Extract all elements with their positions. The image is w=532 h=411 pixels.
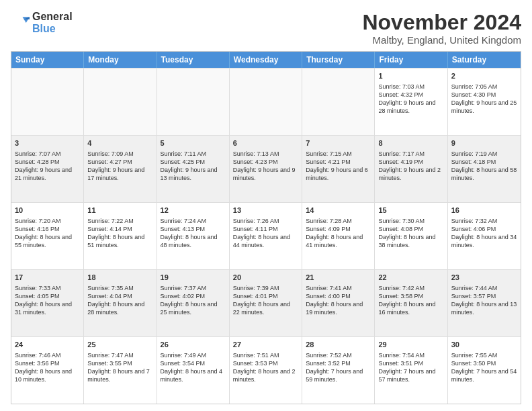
header-saturday: Saturday: [448, 52, 521, 68]
cell-info: Sunrise: 7:44 AM Sunset: 3:57 PM Dayligh…: [451, 284, 517, 317]
cell-info: Sunrise: 7:37 AM Sunset: 4:02 PM Dayligh…: [161, 284, 226, 317]
header-friday: Friday: [375, 52, 447, 68]
day-number: 25: [87, 340, 152, 350]
day-number: 13: [233, 205, 298, 216]
logo-icon: [11, 13, 30, 32]
calendar-row-3: 10Sunrise: 7:20 AM Sunset: 4:16 PM Dayli…: [11, 202, 521, 269]
cal-cell-r5-c5: 28Sunrise: 7:52 AM Sunset: 3:52 PM Dayli…: [302, 337, 375, 404]
day-number: 6: [233, 138, 298, 148]
cell-info: Sunrise: 7:39 AM Sunset: 4:01 PM Dayligh…: [233, 284, 298, 317]
cal-cell-r1-c7: 2Sunrise: 7:05 AM Sunset: 4:30 PM Daylig…: [448, 68, 521, 135]
cell-info: Sunrise: 7:41 AM Sunset: 4:00 PM Dayligh…: [306, 284, 371, 317]
calendar-body: 1Sunrise: 7:03 AM Sunset: 4:32 PM Daylig…: [11, 68, 521, 404]
cal-cell-r1-c3: [157, 68, 230, 135]
cal-cell-r4-c4: 20Sunrise: 7:39 AM Sunset: 4:01 PM Dayli…: [230, 270, 302, 336]
cal-cell-r3-c4: 13Sunrise: 7:26 AM Sunset: 4:11 PM Dayli…: [230, 203, 302, 269]
day-number: 23: [451, 273, 517, 283]
cell-info: Sunrise: 7:11 AM Sunset: 4:25 PM Dayligh…: [161, 150, 226, 183]
day-number: 7: [306, 138, 371, 148]
cell-info: Sunrise: 7:13 AM Sunset: 4:23 PM Dayligh…: [233, 150, 298, 183]
day-number: 10: [15, 205, 80, 216]
calendar-row-5: 24Sunrise: 7:46 AM Sunset: 3:56 PM Dayli…: [11, 336, 521, 404]
calendar-row-2: 3Sunrise: 7:07 AM Sunset: 4:28 PM Daylig…: [11, 135, 521, 202]
day-number: 29: [378, 340, 443, 350]
cal-cell-r4-c7: 23Sunrise: 7:44 AM Sunset: 3:57 PM Dayli…: [448, 270, 521, 336]
cal-cell-r3-c2: 11Sunrise: 7:22 AM Sunset: 4:14 PM Dayli…: [84, 203, 157, 269]
day-number: 21: [306, 273, 371, 283]
cal-cell-r2-c1: 3Sunrise: 7:07 AM Sunset: 4:28 PM Daylig…: [11, 136, 84, 202]
header-thursday: Thursday: [302, 52, 375, 68]
day-number: 2: [451, 71, 517, 81]
day-number: 19: [161, 273, 226, 283]
day-number: 8: [378, 138, 443, 148]
cell-info: Sunrise: 7:32 AM Sunset: 4:06 PM Dayligh…: [451, 217, 517, 250]
day-number: 11: [87, 205, 152, 216]
cell-info: Sunrise: 7:47 AM Sunset: 3:55 PM Dayligh…: [87, 351, 152, 384]
day-number: 20: [233, 273, 298, 283]
title-section: November 2024 Maltby, England, United Ki…: [362, 11, 521, 46]
cal-cell-r1-c4: [230, 68, 302, 135]
cell-info: Sunrise: 7:22 AM Sunset: 4:14 PM Dayligh…: [87, 217, 152, 250]
cal-cell-r2-c3: 5Sunrise: 7:11 AM Sunset: 4:25 PM Daylig…: [157, 136, 230, 202]
header: General Blue November 2024 Maltby, Engla…: [11, 11, 521, 46]
day-number: 28: [306, 340, 371, 350]
cal-cell-r5-c2: 25Sunrise: 7:47 AM Sunset: 3:55 PM Dayli…: [84, 337, 157, 404]
logo-blue-label: Blue: [32, 23, 73, 35]
day-number: 5: [161, 138, 226, 148]
cal-cell-r4-c5: 21Sunrise: 7:41 AM Sunset: 4:00 PM Dayli…: [302, 270, 375, 336]
calendar: Sunday Monday Tuesday Wednesday Thursday…: [11, 51, 521, 404]
day-number: 30: [451, 340, 517, 350]
calendar-row-4: 17Sunrise: 7:33 AM Sunset: 4:05 PM Dayli…: [11, 269, 521, 336]
cell-info: Sunrise: 7:51 AM Sunset: 3:53 PM Dayligh…: [233, 351, 298, 384]
cell-info: Sunrise: 7:42 AM Sunset: 3:58 PM Dayligh…: [378, 284, 443, 317]
day-number: 24: [15, 340, 80, 350]
cal-cell-r3-c7: 16Sunrise: 7:32 AM Sunset: 4:06 PM Dayli…: [448, 203, 521, 269]
cell-info: Sunrise: 7:24 AM Sunset: 4:13 PM Dayligh…: [161, 217, 226, 250]
cal-cell-r1-c2: [84, 68, 157, 135]
cal-cell-r1-c6: 1Sunrise: 7:03 AM Sunset: 4:32 PM Daylig…: [375, 68, 447, 135]
header-tuesday: Tuesday: [157, 52, 230, 68]
calendar-header: Sunday Monday Tuesday Wednesday Thursday…: [11, 52, 521, 68]
cal-cell-r3-c6: 15Sunrise: 7:30 AM Sunset: 4:08 PM Dayli…: [375, 203, 447, 269]
cell-info: Sunrise: 7:46 AM Sunset: 3:56 PM Dayligh…: [15, 351, 80, 384]
day-number: 12: [161, 205, 226, 216]
cell-info: Sunrise: 7:30 AM Sunset: 4:08 PM Dayligh…: [378, 217, 443, 250]
page: General Blue November 2024 Maltby, Engla…: [0, 0, 532, 411]
day-number: 17: [15, 273, 80, 283]
cal-cell-r2-c4: 6Sunrise: 7:13 AM Sunset: 4:23 PM Daylig…: [230, 136, 302, 202]
calendar-row-1: 1Sunrise: 7:03 AM Sunset: 4:32 PM Daylig…: [11, 68, 521, 135]
cell-info: Sunrise: 7:07 AM Sunset: 4:28 PM Dayligh…: [15, 150, 80, 183]
cell-info: Sunrise: 7:33 AM Sunset: 4:05 PM Dayligh…: [15, 284, 80, 317]
cell-info: Sunrise: 7:20 AM Sunset: 4:16 PM Dayligh…: [15, 217, 80, 250]
cal-cell-r4-c1: 17Sunrise: 7:33 AM Sunset: 4:05 PM Dayli…: [11, 270, 84, 336]
cal-cell-r3-c5: 14Sunrise: 7:28 AM Sunset: 4:09 PM Dayli…: [302, 203, 375, 269]
cal-cell-r2-c2: 4Sunrise: 7:09 AM Sunset: 4:27 PM Daylig…: [84, 136, 157, 202]
day-number: 22: [378, 273, 443, 283]
cal-cell-r5-c6: 29Sunrise: 7:54 AM Sunset: 3:51 PM Dayli…: [375, 337, 447, 404]
cell-info: Sunrise: 7:19 AM Sunset: 4:18 PM Dayligh…: [451, 150, 517, 183]
cell-info: Sunrise: 7:54 AM Sunset: 3:51 PM Dayligh…: [378, 351, 443, 384]
header-sunday: Sunday: [11, 52, 84, 68]
day-number: 27: [233, 340, 298, 350]
day-number: 26: [161, 340, 226, 350]
header-wednesday: Wednesday: [230, 52, 302, 68]
cell-info: Sunrise: 7:03 AM Sunset: 4:32 PM Dayligh…: [378, 83, 443, 116]
cal-cell-r1-c5: [302, 68, 375, 135]
header-monday: Monday: [84, 52, 157, 68]
day-number: 4: [87, 138, 152, 148]
cell-info: Sunrise: 7:49 AM Sunset: 3:54 PM Dayligh…: [161, 351, 226, 384]
month-title: November 2024: [362, 11, 521, 34]
day-number: 16: [451, 205, 517, 216]
day-number: 18: [87, 273, 152, 283]
logo: General Blue: [11, 11, 73, 34]
cal-cell-r5-c3: 26Sunrise: 7:49 AM Sunset: 3:54 PM Dayli…: [157, 337, 230, 404]
location-label: Maltby, England, United Kingdom: [362, 34, 521, 46]
cell-info: Sunrise: 7:17 AM Sunset: 4:19 PM Dayligh…: [378, 150, 443, 183]
cal-cell-r4-c3: 19Sunrise: 7:37 AM Sunset: 4:02 PM Dayli…: [157, 270, 230, 336]
cell-info: Sunrise: 7:05 AM Sunset: 4:30 PM Dayligh…: [451, 83, 517, 116]
day-number: 3: [15, 138, 80, 148]
cal-cell-r4-c6: 22Sunrise: 7:42 AM Sunset: 3:58 PM Dayli…: [375, 270, 447, 336]
cal-cell-r3-c3: 12Sunrise: 7:24 AM Sunset: 4:13 PM Dayli…: [157, 203, 230, 269]
day-number: 9: [451, 138, 517, 148]
cal-cell-r1-c1: [11, 68, 84, 135]
